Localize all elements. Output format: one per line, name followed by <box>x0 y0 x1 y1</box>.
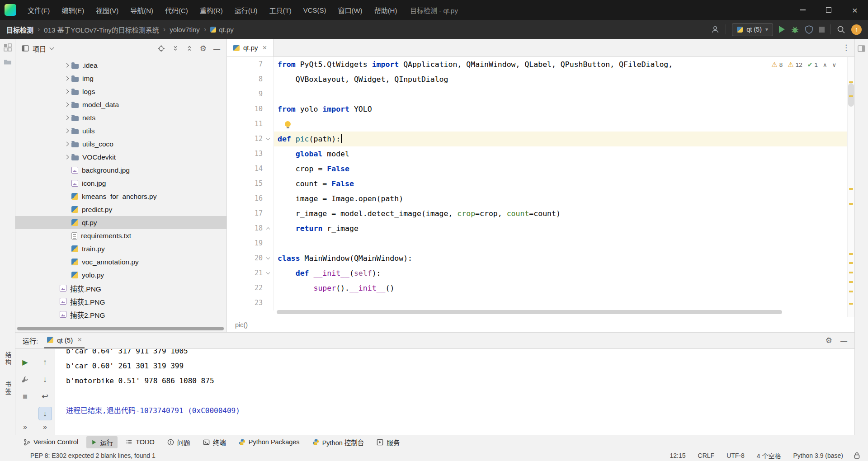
gear-icon[interactable]: ⚙ <box>826 336 832 345</box>
tree-row[interactable]: utils <box>15 124 226 137</box>
code-text[interactable]: QVBoxLayout, QWidget, QInputDialog <box>274 72 847 87</box>
code-text[interactable]: r_image = model.detect_image(image, crop… <box>274 206 847 221</box>
fold-icon[interactable] <box>266 227 270 231</box>
scroll-to-end-icon[interactable]: ↓ <box>38 407 52 420</box>
search-everywhere-icon[interactable] <box>837 25 845 34</box>
stop-process-button[interactable]: ■ <box>19 388 32 405</box>
code-text[interactable]: class MainWindow(QMainWindow): <box>274 251 847 266</box>
run-button[interactable] <box>779 26 785 33</box>
menu-item[interactable]: VCS(S) <box>297 0 332 20</box>
status-widget[interactable]: UTF-8 <box>726 452 745 459</box>
code-text[interactable]: def pic(path): <box>274 132 847 146</box>
collapse-all-icon[interactable] <box>186 45 193 52</box>
soft-wrap-icon[interactable]: ↩ <box>38 388 52 405</box>
tool-window-button[interactable]: 服务 <box>372 436 404 448</box>
status-widget[interactable]: Python 3.9 (base) <box>793 452 843 459</box>
tool-window-stripe-button[interactable]: 结构 <box>3 352 12 367</box>
error-stripe[interactable] <box>847 57 854 317</box>
gutter-cell[interactable]: 9 <box>227 87 274 102</box>
editor-vscrollbar[interactable] <box>848 83 854 107</box>
tool-window-button[interactable]: Python 控制台 <box>308 436 369 448</box>
tree-row[interactable]: img <box>15 72 226 85</box>
gutter-cell[interactable]: 10 <box>227 102 274 117</box>
stop-button[interactable] <box>819 27 825 33</box>
locate-file-icon[interactable] <box>157 45 165 52</box>
debug-button[interactable] <box>791 25 799 34</box>
tool-window-stripe-button[interactable]: 书签 <box>3 381 12 396</box>
tree-row[interactable]: nets <box>15 111 226 124</box>
gutter-cell[interactable]: 21 <box>227 266 274 281</box>
gutter-cell[interactable]: 18 <box>227 221 274 236</box>
code-text[interactable] <box>274 87 847 102</box>
maximize-button[interactable] <box>816 0 842 20</box>
more-actions-icon[interactable]: » <box>23 423 27 431</box>
warning-stripe-mark[interactable] <box>849 262 853 264</box>
menu-item[interactable]: 代码(C) <box>159 0 194 20</box>
project-panel-title[interactable]: 项目 <box>33 44 53 53</box>
code-text[interactable]: from PyQt5.QtWidgets import QApplication… <box>274 57 847 72</box>
run-tab[interactable]: qt (5) × <box>44 333 85 348</box>
code-text[interactable]: image = Image.open(path) <box>274 191 847 206</box>
tree-row[interactable]: predict.py <box>15 203 226 216</box>
prev-problem-icon[interactable]: ∧ <box>823 61 827 68</box>
user-account-icon[interactable] <box>711 25 720 34</box>
tab-options-icon[interactable]: ⋮ <box>838 39 854 56</box>
commit-tool-window-icon[interactable] <box>4 59 12 67</box>
gutter-cell[interactable]: 20 <box>227 251 274 266</box>
code-text[interactable]: crop = False <box>274 161 847 176</box>
code-text[interactable]: super().__init__() <box>274 281 847 296</box>
breadcrumb-item[interactable]: 013 基于YOLOv7-Tiny的目标检测系统 <box>44 25 159 34</box>
fold-icon[interactable] <box>266 136 270 140</box>
project-tool-window-icon[interactable] <box>4 43 12 52</box>
run-console[interactable]: b'car 0.64' 317 911 379 1005b'car 0.60' … <box>55 349 854 435</box>
rerun-button[interactable]: ▶ <box>19 353 32 371</box>
tree-row[interactable]: VOCdevkit <box>15 151 226 164</box>
code-text[interactable] <box>274 117 847 132</box>
gutter-cell[interactable]: 13 <box>227 146 274 161</box>
tool-window-button[interactable]: 终端 <box>198 436 231 448</box>
tool-window-button[interactable]: 问题 <box>163 436 195 448</box>
status-widget[interactable]: 12:15 <box>670 452 686 459</box>
warning-stripe-mark[interactable] <box>849 188 853 190</box>
tool-window-button[interactable]: 运行 <box>86 436 118 448</box>
gutter-cell[interactable]: 23 <box>227 296 274 310</box>
fold-icon[interactable] <box>266 256 270 259</box>
run-configuration-select[interactable]: qt (5) ▾ <box>732 23 773 36</box>
warning-stripe-mark[interactable] <box>849 272 853 273</box>
breadcrumb-function[interactable]: pic() <box>235 321 248 329</box>
menu-item[interactable]: 工具(T) <box>263 0 297 20</box>
gutter-cell[interactable]: 12 <box>227 132 274 146</box>
gutter-cell[interactable]: 22 <box>227 281 274 296</box>
menu-item[interactable]: 运行(U) <box>229 0 264 20</box>
intention-bulb-icon[interactable] <box>285 121 291 127</box>
tree-row[interactable]: kmeans_for_anchors.py <box>15 190 226 203</box>
menu-item[interactable]: 文件(F) <box>22 0 56 20</box>
warning-stripe-mark[interactable] <box>849 203 853 205</box>
breadcrumb-item[interactable]: yolov7tiny <box>170 26 200 33</box>
sciview-tool-window-icon[interactable] <box>858 45 866 53</box>
warning-stripe-mark[interactable] <box>849 253 853 255</box>
project-tree-hscrollbar[interactable] <box>17 327 224 330</box>
tree-row[interactable]: model_data <box>15 98 226 111</box>
status-widget[interactable]: 4 个空格 <box>757 451 781 460</box>
gutter-cell[interactable]: 16 <box>227 191 274 206</box>
code-text[interactable] <box>274 296 847 310</box>
expand-all-icon[interactable] <box>172 45 179 52</box>
menu-item[interactable]: 窗口(W) <box>332 0 368 20</box>
tool-window-button[interactable]: TODO <box>121 437 159 447</box>
tree-row[interactable]: yolo.py <box>15 268 226 282</box>
warning-stripe-mark[interactable] <box>849 303 853 305</box>
gear-icon[interactable]: ⚙ <box>200 44 207 53</box>
gutter-cell[interactable]: 19 <box>227 236 274 251</box>
code-text[interactable]: global model <box>274 146 847 161</box>
up-stacktrace-icon[interactable]: ↑ <box>38 353 52 371</box>
tree-row[interactable]: icon.jpg <box>15 177 226 190</box>
tree-row[interactable]: qt.py <box>15 216 226 229</box>
update-available-icon[interactable]: ↑ <box>851 24 862 35</box>
tree-row[interactable]: 捕获1.PNG <box>15 295 226 308</box>
gutter-cell[interactable]: 14 <box>227 161 274 176</box>
tree-row[interactable]: background.jpg <box>15 164 226 177</box>
warning-stripe-mark[interactable] <box>849 81 853 83</box>
minimize-button[interactable] <box>789 0 816 20</box>
close-tab-icon[interactable]: × <box>263 43 267 52</box>
